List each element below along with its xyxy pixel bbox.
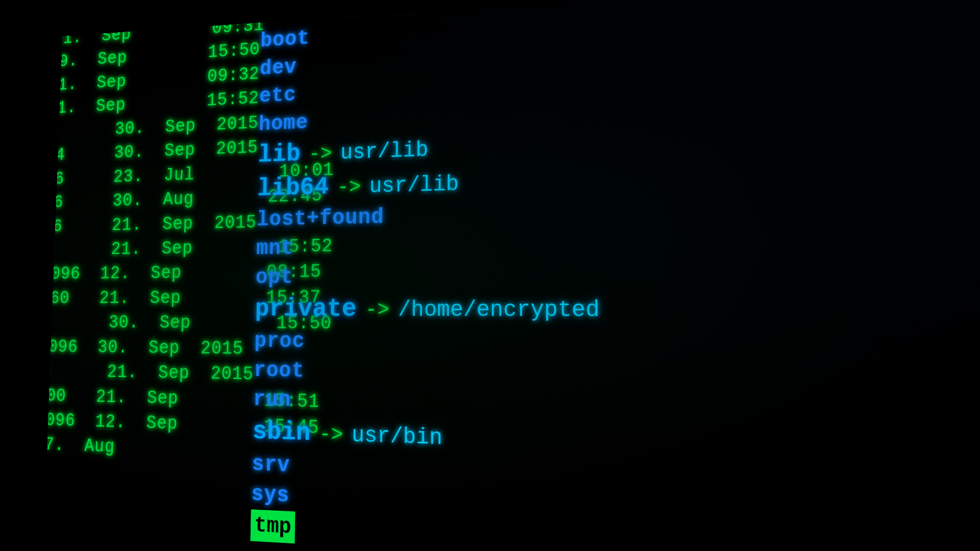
dir-name-opt: opt [255,263,293,292]
list-item: 0 21. Sep 2015 [44,359,263,388]
file-size: 16 21. Sep 2015 [44,210,257,238]
dir-name-root: root [254,356,305,386]
symlink-target: usr/lib [340,136,428,168]
dir-name-tmp: tmp [250,509,295,544]
dir-name-proc: proc [254,327,305,356]
file-size: 4096 30. Sep 2015 [44,335,243,362]
symlink-arrow: -> [311,0,334,22]
dir-name-dev: dev [259,53,297,83]
file-size [50,28,51,51]
dir-name-lib64: lib64 [257,170,329,206]
symlink-arrow: -> [319,420,344,450]
dir-name-run: run [253,385,291,415]
list-item: 560 21. Sep 15:37 [44,285,264,311]
file-date: 27. Aug [44,432,115,460]
dir-name-srv: srv [252,449,290,481]
symlink-target: /home/encrypted [398,294,600,326]
file-size: 0 21. Sep 2015 [44,359,254,388]
symlink-target: usr/bin [352,420,443,454]
symlink-arrow: -> [337,173,361,202]
dir-name-private: private [255,292,357,327]
right-dir-listing: bin -> usr/bin boot dev etc home lib -> … [250,0,980,551]
dir-name-bin: bin [261,0,303,28]
list-item: private -> /home/encrypted [255,289,980,330]
dir-name-mnt: mnt [256,234,293,264]
dir-name-sys: sys [251,479,290,511]
terminal-screen: 21. Sep 09:31 19. Sep 15:50 21. Sep 09:3… [44,0,980,551]
symlink-target: usr/lib [369,169,459,202]
list-item: 16 21. Sep 2015 [44,210,266,239]
dir-name-lost-found: lost+found [257,203,384,235]
dir-name-boot: boot [260,24,310,55]
dir-name-lib: lib [258,137,301,172]
list-item: 4096 12. Sep 08:15 [44,260,265,287]
symlink-arrow: -> [308,140,332,168]
list-item: 7 30. Sep 15:50 [44,311,264,336]
symlink-arrow: -> [365,296,389,324]
list-item: 4096 30. Sep 2015 [44,335,263,362]
dir-name-etc: etc [259,81,297,111]
list-item: 0 21. Sep 15:52 [44,235,265,262]
dir-name-home: home [258,109,308,139]
dir-name-sbin: sbin [252,414,311,452]
left-file-listing: 21. Sep 09:31 19. Sep 15:50 21. Sep 09:3… [44,13,270,466]
